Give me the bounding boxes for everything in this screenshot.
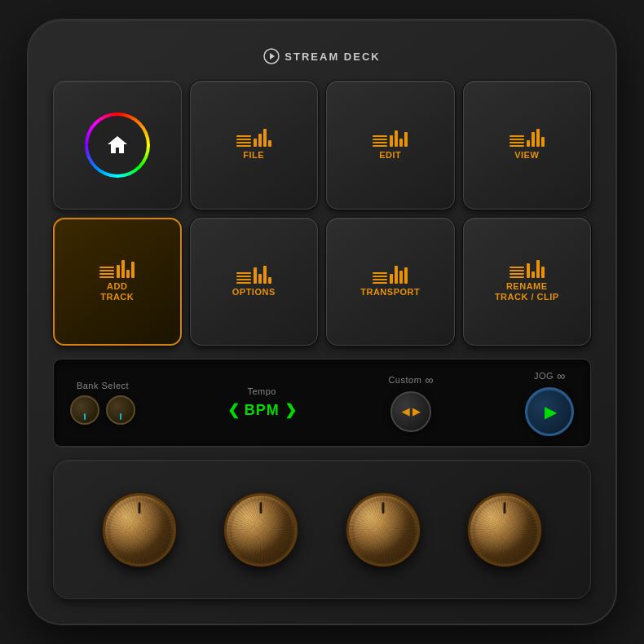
tempo-arrow-left[interactable]: ❮ bbox=[227, 401, 240, 419]
jog-label: JOG bbox=[534, 371, 554, 381]
jog-wheel[interactable]: ▶ bbox=[525, 387, 574, 436]
knob-texture-4 bbox=[470, 496, 539, 564]
tempo-arrow-right[interactable]: ❯ bbox=[285, 401, 297, 419]
view-button[interactable]: VIEW bbox=[463, 81, 592, 210]
jog-play-icon: ▶ bbox=[545, 402, 557, 421]
transport-button[interactable]: TRANSPORT bbox=[326, 218, 455, 346]
rename-track-button[interactable]: RENAMETRACK / CLIP bbox=[463, 218, 592, 346]
brand-logo: STREAM DECK bbox=[263, 48, 380, 64]
brand-name: STREAM DECK bbox=[285, 51, 380, 63]
custom-knob[interactable]: ◀ ▶ bbox=[390, 391, 431, 432]
bank-select-knob-2[interactable] bbox=[106, 395, 135, 425]
custom-arrow-right: ▶ bbox=[412, 406, 420, 417]
svg-marker-1 bbox=[270, 53, 275, 60]
tempo-label: Tempo bbox=[247, 386, 276, 396]
hardware-knob-3[interactable] bbox=[346, 493, 420, 567]
file-icon bbox=[236, 129, 271, 147]
bank-select-knobs bbox=[70, 395, 135, 425]
hardware-knob-1[interactable] bbox=[103, 493, 176, 567]
custom-label: Custom bbox=[388, 375, 421, 385]
transport-icon bbox=[373, 266, 408, 284]
knob-texture-3 bbox=[349, 496, 417, 564]
stream-deck-icon bbox=[263, 48, 280, 64]
file-label: FILE bbox=[243, 150, 264, 161]
knob-texture-1 bbox=[105, 496, 174, 564]
view-icon bbox=[509, 129, 545, 147]
bank-select-knob-1[interactable] bbox=[70, 395, 99, 425]
transport-label: TRANSPORT bbox=[360, 287, 420, 298]
view-label: VIEW bbox=[514, 150, 539, 161]
knob-row bbox=[53, 460, 591, 599]
home-button[interactable] bbox=[53, 81, 182, 210]
jog-section: JOG ∞ ▶ bbox=[525, 369, 574, 436]
rainbow-wheel bbox=[85, 112, 150, 178]
edit-button[interactable]: EDIT bbox=[326, 81, 455, 210]
custom-infinity: ∞ bbox=[425, 373, 433, 386]
options-button[interactable]: OPTIONS bbox=[190, 218, 319, 346]
custom-knob-inner: ◀ ▶ bbox=[402, 406, 420, 417]
home-icon bbox=[106, 134, 129, 157]
stream-deck-device: STREAM DECK bbox=[29, 20, 615, 624]
bank-select-label: Bank Select bbox=[77, 381, 129, 390]
hardware-knob-4[interactable] bbox=[468, 493, 541, 567]
add-track-button[interactable]: ADDTRACK bbox=[53, 218, 182, 346]
file-button[interactable]: FILE bbox=[190, 81, 319, 210]
tempo-bpm: BPM bbox=[245, 402, 280, 419]
bank-select-section: Bank Select bbox=[70, 381, 135, 425]
hardware-knob-2[interactable] bbox=[224, 493, 298, 567]
lcd-display: Bank Select Tempo ❮ BPM ❯ Custom ∞ ◀ bbox=[53, 359, 591, 447]
custom-section: Custom ∞ ◀ ▶ bbox=[388, 373, 433, 432]
tempo-display: ❮ BPM ❯ bbox=[227, 401, 297, 419]
add-track-label: ADDTRACK bbox=[100, 281, 134, 302]
edit-label: EDIT bbox=[379, 150, 401, 161]
options-label: OPTIONS bbox=[232, 287, 276, 298]
jog-label-group: JOG ∞ bbox=[534, 369, 565, 382]
custom-label-group: Custom ∞ bbox=[388, 373, 433, 386]
rename-track-icon bbox=[509, 260, 545, 278]
edit-icon bbox=[373, 129, 408, 147]
device-header: STREAM DECK bbox=[53, 45, 591, 68]
knob-texture-2 bbox=[227, 496, 295, 564]
custom-arrow-left: ◀ bbox=[402, 406, 409, 417]
tempo-section: Tempo ❮ BPM ❯ bbox=[227, 386, 297, 419]
add-track-icon bbox=[99, 260, 135, 278]
jog-infinity: ∞ bbox=[557, 369, 565, 382]
button-grid: FILE EDIT bbox=[53, 81, 591, 346]
options-icon bbox=[236, 266, 271, 284]
rename-track-label: RENAMETRACK / CLIP bbox=[495, 281, 559, 302]
